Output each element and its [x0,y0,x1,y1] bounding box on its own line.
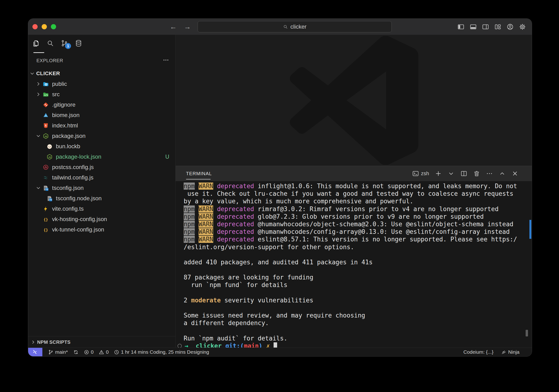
terminal-line [184,327,528,335]
close-window-button[interactable] [32,24,38,29]
activity-database[interactable] [74,37,84,49]
activity-bar: 1 [31,37,84,49]
workbench: 1 EXPLORER CLICKER public [28,35,532,348]
tab-terminal[interactable]: TERMINAL [186,166,212,181]
forward-arrow-icon[interactable]: → [184,23,191,31]
terminal-line: added 410 packages, and audited 411 pack… [184,258,528,266]
file-label: bun.lockb [56,143,80,150]
json-icon: {} [42,226,49,233]
tree-item-tailwind-config-js[interactable]: tailwind.config.js [28,172,175,183]
terminal-scrollbar-thumb[interactable] [526,330,528,337]
npm-scripts-section[interactable]: NPM SCRIPTS [28,336,175,348]
terminal-line [184,289,528,296]
terminal-header: TERMINAL zsh [176,166,532,181]
chevron-right-icon [35,91,41,98]
bun-icon [46,143,53,150]
file-label: package.json [52,133,85,139]
layout-panel-button[interactable] [470,23,477,30]
tree-item-tsconfig-json[interactable]: TS tsconfig.json [28,183,175,193]
status-clock[interactable]: 1 hr 14 mins Coding, 25 mins Designing [114,349,209,355]
tree-item-clicker[interactable]: CLICKER [28,68,175,79]
biome-icon [42,112,49,118]
status-warning[interactable]: 0 [99,349,109,355]
file-label: tailwind.config.js [52,174,93,181]
tree-item-vk-tunnel-config-json[interactable]: {} vk-tunnel-config.json [28,224,175,235]
svg-text:</>: </> [44,93,48,96]
file-label: postcss.config.js [52,164,94,170]
terminal-plus-button[interactable] [435,170,442,177]
status-codeium[interactable]: Codeium: {...} [463,349,494,355]
status-sync[interactable] [73,349,79,355]
tree-item-bun-lockb[interactable]: bun.lockb [28,141,175,151]
search-icon [283,24,288,29]
file-label: public [52,81,67,87]
status-ninja[interactable]: Ninja [501,349,520,355]
sidebar: 1 EXPLORER CLICKER public [28,35,176,348]
terminal-line: 2 moderate severity vulnerabilities [184,296,528,304]
tree-item-index-html[interactable]: 5 index.html [28,120,175,131]
terminal-close-button[interactable] [512,170,519,177]
terminal-ellipsis-button[interactable] [486,170,493,177]
tree-item-public[interactable]: public [28,79,175,89]
terminal-profile-button[interactable]: zsh [412,170,429,177]
file-tree: CLICKER public </> src .gitignore biome.… [28,68,175,235]
terminal-scroll-decoration[interactable] [529,220,531,239]
terminal-line: npm WARN deprecated inflight@1.0.6: This… [184,182,528,190]
editor-area[interactable] [176,35,532,166]
zoom-window-button[interactable] [51,24,56,29]
terminal-line: npm WARN deprecated @humanwhocodes/confi… [184,228,528,235]
terminal-actions: zsh [412,166,519,181]
tree-item-vk-hosting-config-json[interactable]: {} vk-hosting-config.json [28,214,175,224]
npm-icon: JS [42,133,49,139]
terminal-line: 87 packages are looking for funding [184,274,528,281]
tree-item-tsconfig-node-json[interactable]: TS tsconfig.node.json [28,193,175,204]
titlebar-actions [457,19,526,35]
terminal-line: Some issues need review, and may require… [184,312,528,319]
command-center-search[interactable]: clicker [198,21,392,32]
folder-public-icon [42,81,49,87]
terminal-split-editor-button[interactable] [460,170,467,177]
tailwind-icon [42,174,49,181]
back-arrow-icon[interactable]: ← [170,23,177,31]
status-left: main* 0 0 1 hr 14 mins Coding, 25 mins D… [48,349,463,355]
terminal-line: npm WARN deprecated rimraf@3.0.2: Rimraf… [184,205,528,213]
tree-item-src[interactable]: </> src [28,89,175,99]
npm-scripts-label: NPM SCRIPTS [37,339,71,345]
terminal-output[interactable]: npm WARN deprecated inflight@1.0.6: This… [176,181,532,348]
status-right: Codeium: {...} Ninja [463,349,520,355]
terminal-chevron-down-button[interactable] [447,170,455,177]
account-button[interactable] [506,23,514,30]
search-value: clicker [290,23,307,30]
terminal-trash-button[interactable] [473,170,480,177]
terminal-chevron-up-button[interactable] [499,170,506,177]
activity-search[interactable] [45,37,55,49]
screen: ← → clicker 1 [0,0,559,392]
status-error[interactable]: 0 [84,349,94,355]
tree-item-vite-config-ts[interactable]: vite.config.ts [28,204,175,214]
chevron-right-icon [35,81,41,87]
settings-button[interactable] [519,23,526,30]
tree-item-package-lock-json[interactable]: JS package-lock.json U [28,151,175,162]
remote-indicator[interactable] [28,348,42,356]
terminal-line: Run `npm audit` for details. [184,335,528,342]
tree-item-package-json[interactable]: JS package.json [28,131,175,141]
svg-text:5: 5 [45,124,47,127]
minimize-window-button[interactable] [42,24,47,29]
layout-sidebar-left-button[interactable] [457,23,465,30]
command-decoration-icon[interactable] [177,344,182,348]
active-indicator [33,52,44,53]
tree-item-biome-json[interactable]: biome.json [28,110,175,120]
activity-files[interactable] [31,37,41,49]
customize-layout-button[interactable] [494,23,502,30]
ellipsis-icon[interactable] [163,57,169,64]
file-label: CLICKER [36,71,60,77]
layout-sidebar-right-button[interactable] [482,23,489,30]
typescript-icon: TS [46,195,53,202]
terminal-line: run `npm fund` for details [184,281,528,289]
status-git-branch[interactable]: main* [48,349,68,355]
tree-item--gitignore[interactable]: .gitignore [28,99,175,110]
explorer-header: EXPLORER [28,55,175,65]
activity-source-control[interactable]: 1 [59,37,69,49]
terminal-line: npm WARN deprecated eslint@8.57.1: This … [184,235,528,243]
tree-item-postcss-config-js[interactable]: postcss.config.js [28,162,175,172]
